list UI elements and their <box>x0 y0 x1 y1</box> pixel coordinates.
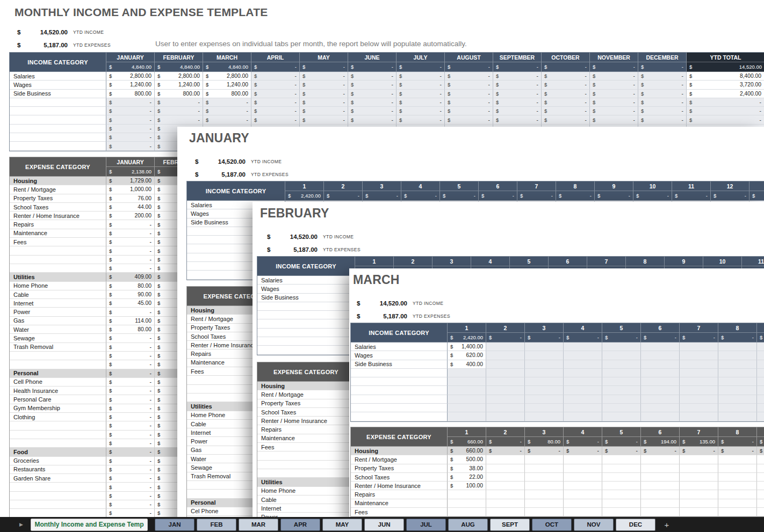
value-cell[interactable]: $620.00 <box>448 351 486 360</box>
category-cell[interactable]: Repairs <box>351 490 448 499</box>
value-cell[interactable]: $- <box>155 107 203 115</box>
value-cell[interactable]: $- <box>493 81 542 89</box>
value-cell[interactable] <box>757 482 764 490</box>
value-cell[interactable]: $- <box>300 81 348 89</box>
value-cell[interactable]: $- <box>106 98 155 107</box>
column-header[interactable]: 4 <box>401 181 440 191</box>
column-header[interactable]: 6 <box>479 181 517 191</box>
category-cell[interactable]: Property Taxes <box>351 464 448 473</box>
column-total-cell[interactable]: $- <box>638 62 687 72</box>
value-cell[interactable]: $800.00 <box>203 90 251 98</box>
value-cell[interactable]: $- <box>542 90 590 98</box>
ytd-total-cell[interactable]: $14,520.00 <box>687 62 764 72</box>
value-cell[interactable]: $2,800.00 <box>203 72 251 81</box>
category-cell[interactable] <box>351 395 448 404</box>
sheet-tab-nov[interactable]: NOV <box>574 519 614 531</box>
sheet-tab-sept[interactable]: SEPT <box>490 519 530 531</box>
value-cell[interactable]: $- <box>590 72 638 81</box>
value-cell[interactable] <box>718 508 757 516</box>
value-cell[interactable]: $- <box>300 72 348 81</box>
value-cell[interactable] <box>757 464 764 473</box>
value-cell[interactable] <box>525 508 564 516</box>
value-cell[interactable] <box>602 351 641 360</box>
value-cell[interactable]: $- <box>641 447 680 455</box>
column-header[interactable]: 7 <box>587 257 626 266</box>
category-cell[interactable]: Renter / Home Insurance <box>351 482 448 490</box>
value-cell[interactable]: $- <box>397 81 445 89</box>
column-total-cell[interactable]: $194.00 <box>641 437 680 447</box>
category-cell[interactable] <box>10 107 106 115</box>
category-cell[interactable]: School Taxes <box>10 203 106 212</box>
sheet-tab-apr[interactable]: APR <box>280 519 320 531</box>
value-cell[interactable]: $- <box>106 308 155 316</box>
category-cell[interactable]: Gas <box>10 317 106 325</box>
category-cell[interactable] <box>10 98 106 107</box>
value-cell[interactable]: $- <box>251 107 300 115</box>
column-header[interactable]: 1 <box>448 323 486 333</box>
add-sheet-button[interactable]: + <box>659 519 675 531</box>
category-header-cell[interactable]: INCOME CATEGORY <box>187 181 285 201</box>
value-cell[interactable]: $- <box>397 90 445 98</box>
value-cell[interactable]: $- <box>542 72 590 81</box>
value-cell[interactable] <box>486 404 525 412</box>
value-cell[interactable] <box>641 342 680 351</box>
category-cell[interactable]: Water <box>10 325 106 334</box>
value-cell[interactable]: $- <box>542 81 590 89</box>
column-total-cell[interactable]: $- <box>556 191 595 201</box>
category-cell[interactable]: Home Phone <box>10 282 106 290</box>
column-header[interactable]: SEPTEMBER <box>493 53 542 62</box>
category-cell[interactable]: Salaries <box>351 342 448 351</box>
value-cell[interactable]: $2,800.00 <box>155 72 203 81</box>
column-header[interactable]: 7 <box>680 323 718 333</box>
value-cell[interactable] <box>525 369 564 377</box>
value-cell[interactable]: $1,240.00 <box>155 81 203 89</box>
category-cell[interactable] <box>10 133 106 142</box>
category-cell[interactable]: Food <box>10 448 106 456</box>
value-cell[interactable]: $- <box>348 107 397 115</box>
category-cell[interactable] <box>351 369 448 377</box>
column-header[interactable]: NOVEMBER <box>590 53 638 62</box>
value-cell[interactable] <box>757 412 764 421</box>
value-cell[interactable]: $- <box>493 107 542 115</box>
column-total-cell[interactable]: $- <box>300 62 348 72</box>
value-cell[interactable] <box>602 386 641 395</box>
value-cell[interactable]: $- <box>106 107 155 115</box>
value-cell[interactable] <box>602 499 641 508</box>
column-header[interactable]: 2 <box>324 181 363 191</box>
value-cell[interactable] <box>602 508 641 516</box>
column-header[interactable]: 4 <box>471 257 510 266</box>
value-cell[interactable] <box>641 412 680 421</box>
column-header[interactable]: 10 <box>633 181 672 191</box>
value-cell[interactable] <box>564 482 602 490</box>
column-header[interactable]: 1 <box>285 181 324 191</box>
value-cell[interactable]: $- <box>564 447 602 455</box>
value-cell[interactable] <box>641 482 680 490</box>
value-cell[interactable] <box>602 455 641 464</box>
category-cell[interactable]: Health Insurance <box>10 387 106 395</box>
column-total-cell[interactable]: $- <box>542 62 590 72</box>
category-cell[interactable] <box>10 125 106 133</box>
category-cell[interactable] <box>10 246 106 255</box>
value-cell[interactable]: $- <box>106 246 155 255</box>
value-cell[interactable] <box>718 342 757 351</box>
value-cell[interactable] <box>718 473 757 482</box>
value-cell[interactable]: $- <box>106 133 155 142</box>
category-cell[interactable] <box>10 352 106 360</box>
value-cell[interactable] <box>602 473 641 482</box>
column-total-cell[interactable]: $2,138.00 <box>106 167 155 177</box>
column-header[interactable]: 5 <box>602 427 641 437</box>
ytd-value-cell[interactable]: $- <box>687 98 764 107</box>
value-cell[interactable]: $- <box>348 115 397 124</box>
value-cell[interactable] <box>448 395 486 404</box>
column-header[interactable]: 13 <box>749 181 764 191</box>
category-cell[interactable] <box>10 256 106 264</box>
column-header[interactable]: 9 <box>757 323 764 333</box>
column-total-cell[interactable]: $2,420.00 <box>285 191 324 201</box>
value-cell[interactable] <box>525 464 564 473</box>
value-cell[interactable]: $- <box>397 98 445 107</box>
value-cell[interactable]: $- <box>348 72 397 81</box>
column-header[interactable]: 11 <box>672 181 711 191</box>
column-header[interactable]: 9 <box>595 181 633 191</box>
column-header[interactable]: 1 <box>355 257 394 266</box>
value-cell[interactable]: $- <box>397 107 445 115</box>
